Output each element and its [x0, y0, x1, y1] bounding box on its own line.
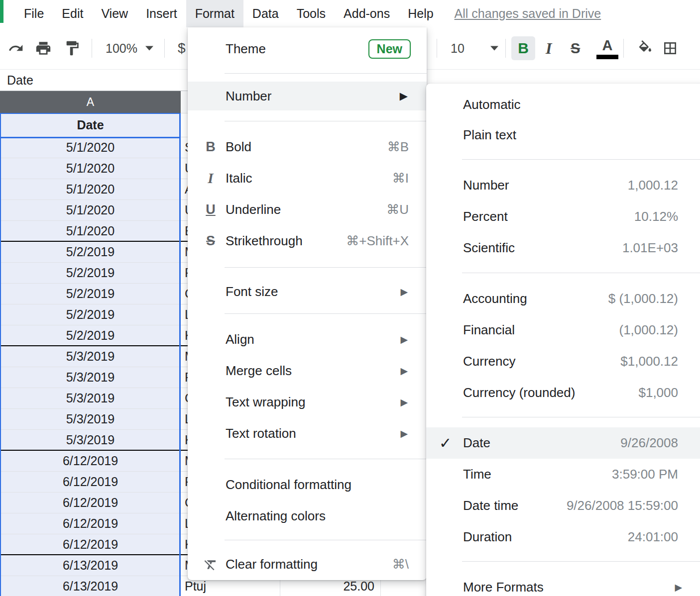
strikethrough-button[interactable]: S — [571, 40, 580, 57]
text-color-icon: A — [602, 37, 613, 53]
menu-item-label: Scientific — [463, 240, 515, 256]
menu-item-label: Font size — [226, 284, 278, 299]
cell-a[interactable]: 5/3/2019 — [0, 367, 181, 388]
menu-item-merge-cells[interactable]: Merge cells▶ — [188, 355, 427, 387]
menubar-item-insert[interactable]: Insert — [137, 0, 186, 27]
cell-a[interactable]: 5/2/2019 — [0, 304, 181, 325]
column-header-a[interactable]: A — [0, 91, 181, 113]
menubar-item-add-ons[interactable]: Add-ons — [335, 0, 399, 27]
submenu-arrow-icon: ▶ — [400, 365, 408, 377]
toolbar-separator — [623, 39, 624, 58]
menu-item-text-wrapping[interactable]: Text wrapping▶ — [188, 387, 427, 418]
menu-item-label: Currency (rounded) — [463, 385, 575, 400]
menu-item-underline[interactable]: UUnderline⌘U — [188, 194, 427, 225]
menu-item-time[interactable]: Time3:59:00 PM — [426, 459, 700, 490]
font-size-dropdown-caret-icon[interactable] — [490, 46, 498, 51]
cell-a[interactable]: 5/1/2020 — [0, 200, 181, 220]
redo-icon[interactable] — [8, 40, 24, 56]
menubar-item-edit[interactable]: Edit — [53, 0, 92, 27]
print-icon[interactable] — [35, 40, 52, 57]
menubar-item-tools[interactable]: Tools — [288, 0, 335, 27]
cell-a[interactable]: 5/3/2019 — [0, 430, 181, 450]
menu-item-shortcut: ⌘\ — [392, 557, 427, 572]
zoom-select[interactable]: 100% — [106, 41, 137, 56]
cell-a[interactable]: Date — [0, 113, 181, 137]
menu-item-conditional-formatting[interactable]: Conditional formatting — [188, 469, 427, 500]
cell-a[interactable]: 6/12/2019 — [0, 451, 181, 471]
cell-a[interactable]: 5/1/2020 — [0, 137, 181, 158]
menu-item-value: 10.12% — [634, 209, 700, 224]
menu-item-align[interactable]: Align▶ — [188, 324, 427, 355]
cell-a[interactable]: 6/13/2019 — [0, 576, 181, 596]
menu-item-value: $1,000.12 — [620, 354, 700, 369]
cell-a[interactable]: 5/2/2019 — [0, 284, 181, 304]
menu-item-strikethrough[interactable]: SStrikethrough⌘+Shift+X — [188, 225, 427, 257]
format-menu: ThemeNewNumber▶BBold⌘BIItalic⌘IUUnderlin… — [188, 27, 427, 580]
menu-item-automatic[interactable]: Automatic — [426, 90, 700, 120]
cell-a[interactable]: 5/2/2019 — [0, 325, 181, 345]
paint-format-icon[interactable] — [64, 40, 81, 57]
menu-item-currency[interactable]: Currency$1,000.12 — [426, 346, 700, 377]
text-color-swatch — [596, 55, 618, 59]
menu-item-accounting[interactable]: Accounting$ (1,000.12) — [426, 283, 700, 314]
menu-item-label: Strikethrough — [226, 233, 303, 249]
menubar-item-file[interactable]: File — [15, 0, 53, 27]
menubar-item-data[interactable]: Data — [243, 0, 288, 27]
cell-a[interactable]: 5/1/2020 — [0, 179, 181, 199]
menu-item-date[interactable]: ✓Date9/26/2008 — [426, 427, 700, 459]
clear-formatting-icon — [200, 557, 222, 572]
menu-item-number[interactable]: Number1,000.12 — [426, 170, 700, 201]
menu-item-label: Financial — [463, 322, 515, 338]
menu-separator — [462, 159, 700, 160]
menu-item-duration[interactable]: Duration24:01:00 — [426, 521, 700, 553]
menubar-item-help[interactable]: Help — [399, 0, 442, 27]
cell-a[interactable]: 6/12/2019 — [0, 513, 181, 534]
menu-item-clear-formatting[interactable]: Clear formatting⌘\ — [188, 549, 427, 580]
cell-a[interactable]: 6/12/2019 — [0, 472, 181, 492]
fill-color-icon[interactable] — [637, 40, 653, 56]
cell-a[interactable]: 5/2/2019 — [0, 263, 181, 283]
menu-item-label: Text wrapping — [226, 395, 305, 410]
italic-button[interactable]: I — [546, 39, 552, 58]
menu-item-label: Plain text — [463, 127, 516, 143]
text-color-button[interactable]: A — [596, 37, 618, 59]
menu-item-label: Alternating colors — [226, 508, 326, 524]
menubar-item-format[interactable]: Format — [186, 0, 243, 27]
menu-item-currency-rounded[interactable]: Currency (rounded)$1,000 — [426, 377, 700, 408]
google-sheets-window: FileEditViewInsertFormatDataToolsAdd-ons… — [0, 0, 700, 596]
borders-icon[interactable] — [662, 40, 678, 56]
menu-item-plain-text[interactable]: Plain text — [426, 120, 700, 150]
cell-a[interactable]: 6/13/2019 — [0, 555, 181, 576]
menu-item-text-rotation[interactable]: Text rotation▶ — [188, 418, 427, 449]
menu-item-alternating-colors[interactable]: Alternating colors — [188, 500, 427, 532]
cell-a[interactable]: 5/1/2020 — [0, 158, 181, 179]
zoom-dropdown-caret-icon[interactable] — [145, 46, 153, 51]
save-status-link[interactable]: All changes saved in Drive — [455, 0, 601, 27]
cell-a[interactable]: 5/3/2019 — [0, 346, 181, 367]
menu-item-more-formats[interactable]: More Formats▶ — [426, 572, 700, 596]
menu-item-italic[interactable]: IItalic⌘I — [188, 163, 427, 194]
menu-item-financial[interactable]: Financial(1,000.12) — [426, 314, 700, 346]
cell-a[interactable]: 5/2/2019 — [0, 242, 181, 262]
menu-item-bold[interactable]: BBold⌘B — [188, 131, 427, 163]
menubar-item-view[interactable]: View — [92, 0, 137, 27]
toolbar-separator — [92, 39, 92, 58]
cell-a[interactable]: 5/1/2020 — [0, 221, 181, 241]
menu-item-percent[interactable]: Percent10.12% — [426, 201, 700, 232]
bold-icon: B — [200, 139, 222, 155]
menu-item-label: Text rotation — [226, 426, 296, 441]
cell-a[interactable]: 5/3/2019 — [0, 388, 181, 408]
cell-a[interactable]: 6/12/2019 — [0, 493, 181, 513]
menu-item-value: 9/26/2008 15:59:00 — [567, 498, 700, 513]
menu-item-scientific[interactable]: Scientific1.01E+03 — [426, 232, 700, 264]
menu-item-font-size[interactable]: Font size▶ — [188, 276, 427, 307]
format-currency-icon[interactable]: $ — [178, 40, 186, 56]
menu-item-number[interactable]: Number▶ — [188, 82, 427, 110]
menu-item-shortcut: ⌘I — [392, 171, 427, 186]
bold-button[interactable]: B — [511, 36, 535, 60]
font-size-input[interactable]: 10 — [451, 41, 465, 56]
menu-item-date-time[interactable]: Date time9/26/2008 15:59:00 — [426, 490, 700, 521]
menu-item-theme[interactable]: ThemeNew — [188, 34, 427, 63]
cell-a[interactable]: 6/12/2019 — [0, 534, 181, 554]
cell-a[interactable]: 5/3/2019 — [0, 409, 181, 429]
